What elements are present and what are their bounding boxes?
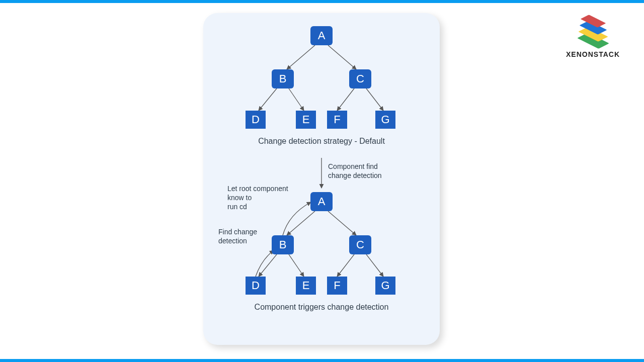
tree2-node-A: A <box>310 192 333 211</box>
svg-line-3 <box>289 88 304 111</box>
svg-line-1 <box>328 45 356 69</box>
tree2-node-D: D <box>246 277 266 295</box>
svg-line-7 <box>287 211 315 235</box>
anno-find-cd: Find change detection <box>218 227 274 245</box>
svg-line-0 <box>287 45 315 69</box>
tree2-caption: Component triggers change detection <box>203 303 440 312</box>
logo-stack-icon <box>573 15 613 47</box>
anno-component-find: Component find change detection <box>328 162 404 180</box>
tree1-node-E: E <box>296 111 316 129</box>
tree2-node-G: G <box>375 277 395 295</box>
tree1-node-F: F <box>327 111 347 129</box>
tree2-node-F: F <box>327 277 347 295</box>
tree2-node-B: B <box>272 235 294 254</box>
svg-line-2 <box>259 88 277 111</box>
top-bar <box>0 0 644 3</box>
tree1-caption: Change detection strategy - Default <box>203 137 440 146</box>
tree1-node-G: G <box>375 111 395 129</box>
svg-line-12 <box>366 254 383 277</box>
tree2-node-E: E <box>296 277 316 295</box>
diagram-card: A B C D E F G Change detection strategy … <box>203 13 440 345</box>
arrows-layer <box>203 13 440 345</box>
svg-line-8 <box>328 211 356 235</box>
tree2-node-C: C <box>349 235 371 254</box>
svg-line-11 <box>337 254 354 277</box>
tree1-node-C: C <box>349 69 371 88</box>
diagram-container: A B C D E F G Change detection strategy … <box>203 13 440 345</box>
anno-let-root: Let root component know to run cd <box>227 184 303 212</box>
svg-line-4 <box>337 88 354 111</box>
svg-line-10 <box>289 254 304 277</box>
brand-name: XENONSTACK <box>566 50 620 58</box>
brand-logo: XENONSTACK <box>566 15 620 58</box>
bottom-bar <box>0 359 644 362</box>
svg-line-5 <box>366 88 383 111</box>
tree1-node-D: D <box>246 111 266 129</box>
svg-line-9 <box>259 254 277 277</box>
tree1-node-A: A <box>310 26 333 45</box>
tree1-node-B: B <box>272 69 294 88</box>
